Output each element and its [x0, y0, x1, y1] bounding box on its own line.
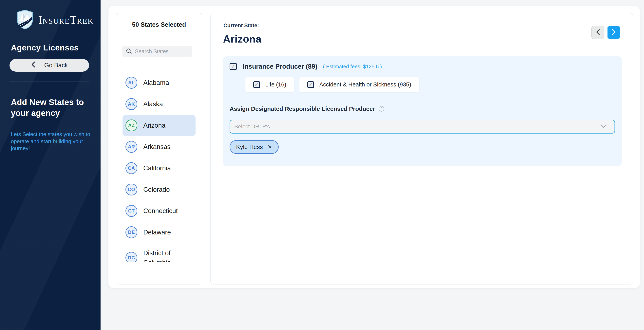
state-list-item-alaska[interactable]: AK Alaska	[122, 94, 196, 115]
drlp-select[interactable]: Select DRLP's	[230, 120, 615, 134]
insurance-producer-label: Insurance Producer (89)	[243, 63, 318, 70]
drlp-select-placeholder: Select DRLP's	[234, 124, 270, 130]
current-state-name: Arizona	[223, 33, 262, 45]
state-badge: DE	[126, 226, 137, 238]
current-state-label: Current State:	[224, 22, 259, 29]
drlp-tag-kyle-hess: Kyle Hess ✕	[230, 140, 279, 154]
state-list-item-arkansas[interactable]: AR Arkansas	[122, 136, 196, 158]
state-badge: AR	[126, 141, 137, 153]
states-panel: 50 States Selected AL Alabama AK Alaska …	[116, 13, 202, 284]
brand-name: InsureTrek	[38, 14, 94, 26]
state-detail-panel: Current State: Arizona ✓ Insurance P	[210, 13, 633, 284]
insurance-producer-section: ✓ Insurance Producer (89) ( Estimated fe…	[223, 56, 622, 166]
producer-header-row: ✓ Insurance Producer (89) ( Estimated fe…	[230, 63, 615, 70]
state-badge: AK	[126, 98, 137, 110]
drlp-label: Assign Designated Responsible Licensed P…	[230, 106, 375, 112]
state-badge: CA	[126, 162, 137, 174]
estimated-fees: ( Estimated fees: $125.6 )	[323, 64, 382, 70]
drlp-tag-name: Kyle Hess	[236, 144, 263, 150]
states-selected-count: 50 States Selected	[116, 21, 202, 28]
state-list-item-california[interactable]: CA California	[122, 158, 196, 179]
state-badge: CT	[126, 205, 137, 217]
state-list-item-arizona[interactable]: AZ Arizona	[122, 115, 196, 136]
accident-health-checkbox[interactable]: ✓	[307, 81, 314, 88]
sidebar-divider	[10, 82, 89, 82]
next-state-button[interactable]	[607, 26, 620, 39]
state-list-item-colorado[interactable]: CO Colorado	[122, 179, 196, 200]
loa-card-life[interactable]: ✓ Life (16)	[245, 77, 294, 92]
add-states-heading: Add New States to your agency	[11, 97, 94, 118]
go-back-label: Go Back	[44, 62, 68, 69]
sidebar: InsureTrek Agency Licenses Go Back Add N…	[0, 0, 100, 330]
state-list-item-alabama[interactable]: AL Alabama	[122, 72, 196, 94]
state-navigation	[591, 26, 620, 39]
chevron-right-icon	[611, 29, 616, 36]
state-badge: DC	[126, 252, 137, 262]
lines-of-authority-row: ✓ Life (16) ✓ Accident & Health or Sickn…	[245, 77, 615, 92]
screen: InsureTrek Agency Licenses Go Back Add N…	[0, 0, 644, 330]
state-list-item-connecticut[interactable]: CT Connecticut	[122, 200, 196, 222]
state-list-item-district-of-columbia[interactable]: DC District of Columbia	[122, 243, 196, 262]
search-states-box[interactable]	[122, 46, 192, 57]
previous-state-button[interactable]	[591, 26, 604, 39]
state-badge: AZ	[126, 120, 137, 131]
chevron-down-icon	[600, 124, 607, 129]
life-checkbox[interactable]: ✓	[253, 81, 260, 88]
insurance-producer-checkbox[interactable]: ✓	[230, 63, 237, 70]
go-back-button[interactable]: Go Back	[10, 59, 89, 72]
states-list: AL Alabama AK Alaska AZ Arizona AR Arkan…	[116, 72, 202, 262]
search-icon	[126, 48, 132, 55]
chevron-left-icon	[31, 61, 36, 70]
shield-mountain-road-icon	[16, 10, 34, 30]
page-title: Agency Licenses	[11, 43, 79, 52]
search-states-input[interactable]	[135, 48, 189, 54]
life-label: Life (16)	[265, 81, 286, 88]
loa-card-accident-health[interactable]: ✓ Accident & Health or Sickness (935)	[299, 77, 419, 92]
drlp-label-row: Assign Designated Responsible Licensed P…	[230, 106, 615, 112]
add-states-subtitle: Lets Select the states you wish to opera…	[11, 131, 94, 152]
state-badge: AL	[126, 77, 137, 89]
state-list-item-delaware[interactable]: DE Delaware	[122, 222, 196, 243]
remove-tag-icon[interactable]: ✕	[268, 144, 272, 150]
state-badge: CO	[126, 184, 137, 196]
accident-health-label: Accident & Health or Sickness (935)	[319, 81, 411, 88]
content-container: 50 States Selected AL Alabama AK Alaska …	[108, 6, 640, 288]
brand-logo: InsureTrek	[16, 10, 94, 30]
help-icon[interactable]: ?	[378, 106, 384, 112]
chevron-left-icon	[595, 29, 600, 36]
